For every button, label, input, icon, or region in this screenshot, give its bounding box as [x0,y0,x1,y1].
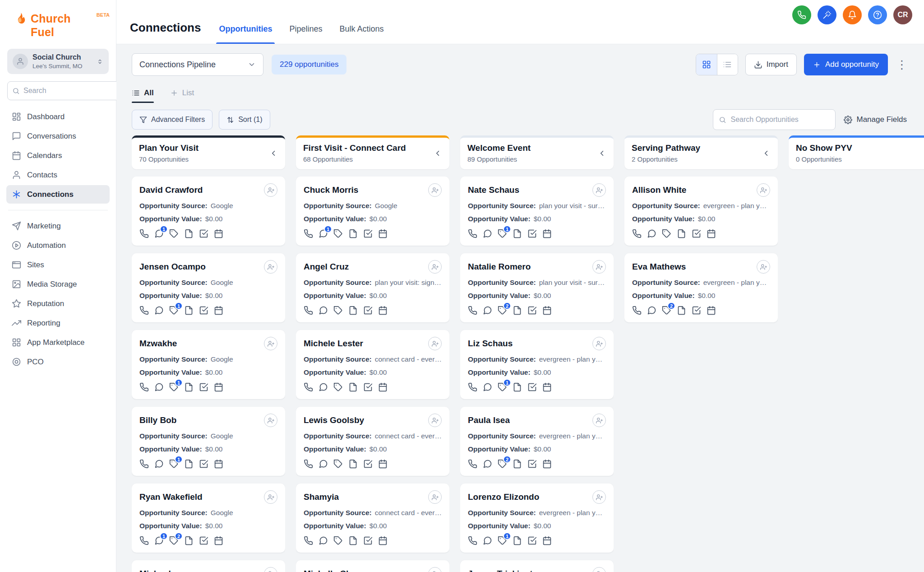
notes-icon[interactable] [184,229,194,238]
call-icon[interactable] [304,229,313,238]
sidebar-item-app-marketplace[interactable]: App Marketplace [6,333,110,352]
notes-icon[interactable] [348,382,358,392]
calendar-icon[interactable] [214,229,223,238]
notes-icon[interactable] [348,536,358,545]
opportunity-card-eva-mathews[interactable]: Eva Mathews Opportunity Source: evergree… [624,253,778,322]
calendar-icon[interactable] [707,306,716,315]
org-selector[interactable]: Social Church Lee's Summit, MO [7,49,109,74]
assign-user-button[interactable] [592,414,606,427]
brand-logo[interactable]: Church Fuel BETA [0,0,116,48]
assign-user-button[interactable] [592,260,606,274]
message-icon[interactable] [319,459,328,469]
notes-icon[interactable] [184,382,194,392]
notes-icon[interactable] [677,229,686,238]
call-icon[interactable] [139,536,149,545]
assign-user-button[interactable] [592,337,606,350]
message-icon[interactable] [154,459,164,469]
opportunity-card-billy-bob[interactable]: Billy Bob Opportunity Source: Google Opp… [132,407,285,476]
collapse-column-button[interactable] [598,149,606,158]
calendar-icon[interactable] [378,229,388,238]
message-icon[interactable] [647,306,656,315]
tag-icon[interactable] [333,536,343,545]
collapse-column-button[interactable] [762,149,771,158]
opportunity-card-david-crawford[interactable]: David Crawford Opportunity Source: Googl… [132,177,285,246]
tasks-icon[interactable] [692,306,701,315]
tag-icon[interactable]: 1 [169,382,179,392]
sidebar-item-reputation[interactable]: Reputation [6,294,110,313]
notes-icon[interactable] [184,536,194,545]
notifications-button[interactable] [843,5,862,24]
tasks-icon[interactable] [199,306,208,315]
tab-pipelines[interactable]: Pipelines [289,0,322,44]
opportunity-card-allison-white[interactable]: Allison White Opportunity Source: evergr… [624,177,778,246]
message-icon[interactable] [319,382,328,392]
calendar-icon[interactable] [542,382,552,392]
calendar-icon[interactable] [214,382,223,392]
import-button[interactable]: Import [745,54,797,75]
opportunity-card-mzwakhe[interactable]: Mzwakhe Opportunity Source: Google Oppor… [132,330,285,399]
tag-icon[interactable]: 2 [169,536,179,545]
message-icon[interactable] [483,459,492,469]
sidebar-item-sites[interactable]: Sites [6,256,110,274]
search-input[interactable] [23,87,117,95]
assign-user-button[interactable] [264,567,277,572]
add-opportunity-button[interactable]: Add opportunity [804,54,888,75]
calendar-icon[interactable] [214,459,223,469]
tag-icon[interactable]: 1 [169,459,179,469]
calendar-icon[interactable] [707,229,716,238]
opportunity-card-liz-schaus[interactable]: Liz Schaus Opportunity Source: evergreen… [460,330,614,399]
call-icon[interactable] [304,306,313,315]
opportunity-card-angel-cruz[interactable]: Angel Cruz Opportunity Source: plan your… [296,253,449,322]
calendar-icon[interactable] [378,459,388,469]
collapse-column-button[interactable] [434,149,442,158]
message-icon[interactable] [483,306,492,315]
tab-all[interactable]: All [132,88,154,103]
tag-icon[interactable] [333,229,343,238]
tasks-icon[interactable] [199,536,208,545]
notes-icon[interactable] [184,306,194,315]
collapse-column-button[interactable] [269,149,278,158]
tag-icon[interactable] [169,229,179,238]
magic-wand-button[interactable] [818,5,836,24]
message-icon[interactable] [483,382,492,392]
call-icon[interactable] [632,229,642,238]
tasks-icon[interactable] [692,229,701,238]
call-icon[interactable] [139,306,149,315]
tag-icon[interactable]: 2 [662,306,671,315]
opportunity-card-michael[interactable]: Michael [132,560,285,572]
sidebar-item-marketing[interactable]: Marketing [6,217,110,235]
opportunity-card-chuck-morris[interactable]: Chuck Morris Opportunity Source: Google … [296,177,449,246]
assign-user-button[interactable] [592,183,606,197]
calendar-icon[interactable] [542,229,552,238]
assign-user-button[interactable] [264,414,277,427]
notes-icon[interactable] [513,536,522,545]
tag-icon[interactable] [662,229,671,238]
call-icon[interactable] [468,382,477,392]
tab-bulk-actions[interactable]: Bulk Actions [340,0,384,44]
notes-icon[interactable] [513,459,522,469]
sidebar-item-media-storage[interactable]: Media Storage [6,275,110,293]
call-icon[interactable] [468,536,477,545]
calendar-icon[interactable] [378,382,388,392]
sidebar-item-automation[interactable]: Automation [6,236,110,255]
phone-button[interactable] [792,5,811,24]
notes-icon[interactable] [184,459,194,469]
tasks-icon[interactable] [527,459,537,469]
notes-icon[interactable] [677,306,686,315]
calendar-icon[interactable] [214,536,223,545]
call-icon[interactable] [304,459,313,469]
tasks-icon[interactable] [199,459,208,469]
message-icon[interactable] [483,229,492,238]
tag-icon[interactable]: 1 [169,306,179,315]
assign-user-button[interactable] [428,183,442,197]
tasks-icon[interactable] [527,536,537,545]
opportunity-card-nate-schaus[interactable]: Nate Schaus Opportunity Source: plan you… [460,177,614,246]
opportunity-card-lewis-goolsby[interactable]: Lewis Goolsby Opportunity Source: connec… [296,407,449,476]
tag-icon[interactable]: 2 [498,459,507,469]
assign-user-button[interactable] [757,183,770,197]
call-icon[interactable] [139,459,149,469]
message-icon[interactable] [154,306,164,315]
sidebar-item-contacts[interactable]: Contacts [6,166,110,184]
call-icon[interactable] [468,306,477,315]
sort-button[interactable]: Sort (1) [219,110,270,130]
